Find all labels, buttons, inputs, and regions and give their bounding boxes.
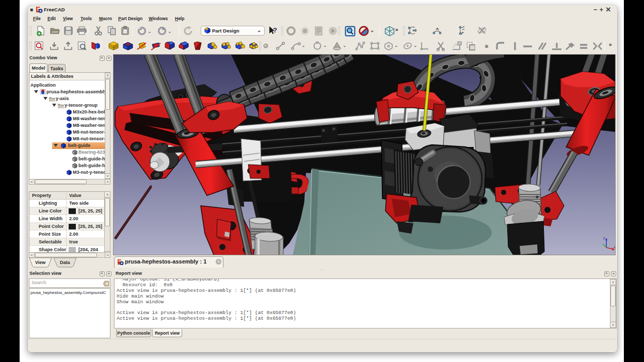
svg-text:?: ? <box>273 26 277 34</box>
svg-text:View: View <box>35 260 46 265</box>
svg-text:x: x <box>614 245 616 249</box>
svg-text:z: z <box>603 236 605 240</box>
svg-text:Data: Data <box>60 260 71 265</box>
